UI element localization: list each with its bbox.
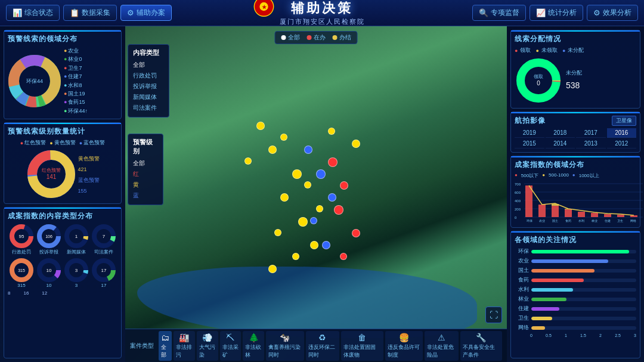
map-dot[interactable] <box>292 169 302 179</box>
index-bar-chart: 700 600 400 200 0 <box>515 181 643 222</box>
year-2016[interactable]: 2016 <box>607 128 637 138</box>
filter-admin[interactable]: 行政处罚 <box>133 70 164 81</box>
map-dot[interactable] <box>340 253 347 260</box>
map-dot[interactable] <box>328 193 336 202</box>
content-type-filter: 内容类型 全部 行政处罚 投诉举报 新闻媒体 司法案件 <box>128 44 169 117</box>
mini-donut-6: 10 <box>36 258 61 283</box>
legend-closed[interactable]: 办结 <box>333 33 351 42</box>
svg-text:红色预警: 红色预警 <box>42 168 61 173</box>
svg-text:0: 0 <box>537 80 540 86</box>
case-type-hazmat[interactable]: ⚠ 非法处置危险品 <box>425 331 459 361</box>
year-2015[interactable]: 2015 <box>515 139 544 148</box>
year-2014[interactable]: 2014 <box>546 139 575 148</box>
nav-btn-summary-label: 综合状态 <box>24 8 53 18</box>
case-type-all[interactable]: 🗂 全部 <box>159 331 172 361</box>
nav-btn-stats[interactable]: 📈 统计分析 <box>530 5 583 21</box>
map-top-legend: 全部 在办 办结 <box>275 31 358 44</box>
level-stats-title: 预警线索级别数量统计 <box>8 126 117 137</box>
map-dot[interactable] <box>304 181 311 188</box>
nav-btn-effect[interactable]: ⚙ 效果分析 <box>587 5 638 21</box>
map-dot[interactable] <box>328 157 338 167</box>
map-dot[interactable] <box>322 241 330 249</box>
map-dot[interactable] <box>310 241 318 249</box>
wfilter-red[interactable]: 红 <box>133 169 158 180</box>
domain-donut-chart: 环保44 <box>8 54 61 108</box>
concern-box: 各领域的关注情况 环保 农业 国土 食药 水利 <box>510 231 640 358</box>
year-2018[interactable]: 2018 <box>546 128 575 138</box>
aerial-tab[interactable]: 卫星像 <box>612 116 636 126</box>
svg-text:600: 600 <box>515 191 521 194</box>
map-dot[interactable] <box>352 229 360 237</box>
emblem-icon: ★ <box>253 0 275 17</box>
map-dot[interactable] <box>280 193 289 202</box>
map-dot[interactable] <box>304 146 312 154</box>
mini-donut-3: 1 <box>64 224 89 249</box>
year-2017[interactable]: 2017 <box>576 128 606 138</box>
expand-btn[interactable]: ⛶ <box>485 307 502 323</box>
map-dot[interactable] <box>298 217 308 227</box>
case-type-pollution[interactable]: 🏭 非法排污 <box>174 331 195 361</box>
map-dot[interactable] <box>268 265 277 273</box>
map-dot[interactable] <box>292 253 299 260</box>
case-type-food[interactable]: 🍔 违反食品许可制度 <box>385 331 423 361</box>
svg-text:卫生: 卫生 <box>617 219 623 222</box>
nav-btn-summary[interactable]: 📊 综合状态 <box>6 5 60 21</box>
map-dot[interactable] <box>334 205 343 215</box>
filter-all[interactable]: 全部 <box>133 60 164 70</box>
index-domain-box: 成案指数的领域分布 ●500以下 ●500-1000 ●1000以上 700 6… <box>510 156 640 228</box>
nav-btn-datacollect[interactable]: 📋 数据采集 <box>63 5 117 21</box>
wfilter-all[interactable]: 全部 <box>133 158 158 169</box>
case-type-solid-waste[interactable]: 🗑 非法处置固固体废物 <box>341 331 383 361</box>
concern-bar-row: 水利 <box>515 286 636 293</box>
map-dot[interactable] <box>316 205 323 212</box>
svg-text:领取: 领取 <box>534 74 543 79</box>
svg-text:水利: 水利 <box>578 219 584 222</box>
mini-donut-1: 95 <box>9 224 34 249</box>
nav-btn-assist[interactable]: ⚙ 辅助办案 <box>120 5 172 21</box>
filter-complaint[interactable]: 投诉举报 <box>133 81 164 92</box>
case-type-airpollution[interactable]: 💨 大气污染 <box>197 331 218 361</box>
svg-text:住建: 住建 <box>604 219 611 222</box>
legend-all[interactable]: 全部 <box>281 33 300 42</box>
case-type-livestock[interactable]: 🐄 禽畜养殖污染同时 <box>266 331 304 361</box>
map-dot[interactable] <box>280 134 287 141</box>
stats-icon: 📈 <box>536 8 546 17</box>
case-type-safety[interactable]: 🔧 不具备安全生产条件 <box>460 331 502 361</box>
filter-media[interactable]: 新闻媒体 <box>133 92 164 103</box>
svg-text:农业: 农业 <box>539 219 545 222</box>
concern-bar-row: 卫生 <box>515 314 636 322</box>
map-dot[interactable] <box>268 146 277 154</box>
legend-active[interactable]: 在办 <box>307 33 326 42</box>
case-type-environ[interactable]: ♻ 违反环保二同时 <box>306 331 340 361</box>
wfilter-blue[interactable]: 蓝 <box>133 190 158 201</box>
map-dot[interactable] <box>310 217 317 224</box>
warning-level-title: 预警级别 <box>133 138 158 156</box>
svg-text:315: 315 <box>18 268 25 273</box>
top-nav: 📊 综合状态 📋 数据采集 ⚙ 辅助办案 ★ 辅助决策 厦门市翔安区人民检察院 <box>0 0 644 26</box>
concern-bar-row: 住建 <box>515 305 636 313</box>
map-dot[interactable] <box>316 169 326 179</box>
year-2019[interactable]: 2019 <box>515 128 544 138</box>
svg-rect-68 <box>617 215 624 217</box>
level-donut-chart: 红色预警 141 <box>26 149 77 200</box>
map-dot[interactable] <box>244 157 252 165</box>
map-dot[interactable] <box>256 122 265 130</box>
map-dot[interactable] <box>352 140 360 148</box>
filter-judicial[interactable]: 司法案件 <box>133 103 164 113</box>
svg-text:0: 0 <box>515 216 517 219</box>
nav-btn-monitor[interactable]: 🔍 专项监督 <box>472 5 526 21</box>
svg-text:国土: 国土 <box>552 219 558 222</box>
datacollect-icon: 📋 <box>70 8 79 17</box>
wfilter-yellow[interactable]: 黄 <box>133 180 158 190</box>
year-2013[interactable]: 2013 <box>576 139 606 148</box>
map-dot[interactable] <box>274 229 281 236</box>
nav-btn-monitor-label: 专项监督 <box>491 8 519 18</box>
case-index-title: 成案指数的内容类型分布 <box>8 211 117 221</box>
map-dot[interactable] <box>340 181 348 190</box>
case-type-mining[interactable]: ⛏ 非法采矿 <box>220 331 242 361</box>
year-2012[interactable]: 2012 <box>607 139 637 148</box>
map-dot[interactable] <box>328 128 335 135</box>
svg-text:1: 1 <box>75 234 78 239</box>
svg-text:★: ★ <box>262 4 267 10</box>
case-type-logging[interactable]: 🌲 非法砍林 <box>243 331 264 361</box>
